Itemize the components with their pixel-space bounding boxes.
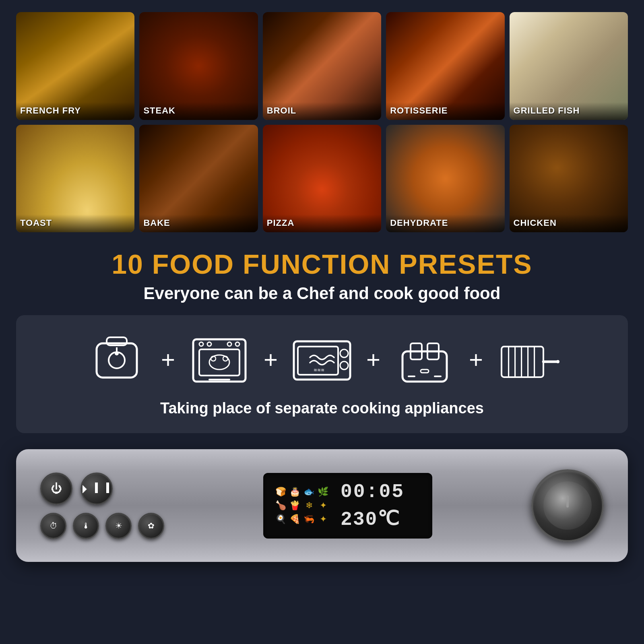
svg-point-13 (235, 342, 239, 346)
display-icon-snowflake: ❄ (303, 500, 314, 511)
display-time: 00:05 (341, 481, 405, 503)
control-panel: ⏻ ⏵❙❙ ⏱ 🌡 ☀ ✿ (16, 449, 628, 562)
svg-text:≋≋≋: ≋≋≋ (314, 367, 324, 372)
power-button[interactable]: ⏻ (40, 473, 72, 505)
oven-icon-wrap (187, 331, 252, 388)
svg-rect-6 (199, 349, 239, 376)
food-item-toast[interactable]: TOAST (16, 125, 134, 233)
display-readings: 00:05 230℃ (341, 481, 405, 530)
display-icon-seafood: 🦐 (303, 514, 314, 524)
display-icon-pizza: 🍕 (289, 514, 300, 524)
food-label-pizza: PIZZA (263, 215, 381, 232)
knob-inner (543, 481, 592, 530)
food-label-dehydrate: DEHYDRATE (386, 215, 504, 232)
fan-button[interactable]: ✿ (138, 513, 164, 539)
control-knob[interactable] (531, 469, 604, 542)
food-label-chicken: CHICKEN (510, 215, 628, 232)
play-pause-icon: ⏵❙❙ (80, 482, 114, 495)
svg-point-4 (115, 351, 119, 355)
panel-buttons-group: ⏻ ⏵❙❙ ⏱ 🌡 ☀ ✿ (40, 473, 164, 539)
food-item-dehydrate[interactable]: DEHYDRATE (386, 125, 504, 233)
display-icon-fries: 🍟 (289, 500, 300, 511)
svg-rect-25 (421, 369, 429, 373)
food-item-bake[interactable]: BAKE (139, 125, 258, 233)
power-icon: ⏻ (51, 482, 62, 495)
air-fryer-icon-wrap (85, 331, 149, 388)
oven-icon (187, 331, 252, 388)
sub-heading: Everyone can be a Chef and cook good foo… (111, 284, 532, 303)
svg-point-11 (207, 342, 211, 346)
svg-point-33 (556, 360, 559, 363)
main-container: FRENCH FRY STEAK BROIL ROTISSERIE GRILLE (0, 0, 644, 644)
heading-section: 10 FOOD FUNCTION PRESETS Everyone can be… (111, 248, 532, 303)
food-item-chicken[interactable]: CHICKEN (510, 125, 628, 233)
air-fryer-icon (85, 331, 149, 388)
appliance-section: + + (16, 315, 628, 433)
display-icon-cake: 🎂 (289, 487, 300, 497)
food-label-toast: TOAST (16, 215, 134, 232)
temp-icon: 🌡 (82, 521, 90, 530)
grill-icon-wrap (495, 331, 559, 388)
food-grid: FRENCH FRY STEAK BROIL ROTISSERIE GRILLE (16, 12, 628, 232)
food-label-french-fry: FRENCH FRY (16, 102, 134, 120)
food-item-grilled-fish[interactable]: GRILLED FISH (510, 12, 628, 120)
food-item-pizza[interactable]: PIZZA (263, 125, 381, 233)
toaster-icon-wrap (392, 331, 457, 388)
svg-point-7 (209, 355, 229, 369)
food-item-french-fry[interactable]: FRENCH FRY (16, 12, 134, 120)
food-item-rotisserie[interactable]: ROTISSERIE (386, 12, 504, 120)
panel-top-row: ⏻ ⏵❙❙ (40, 473, 164, 505)
food-label-broil: BROIL (263, 102, 381, 120)
display-icon-fish: 🐟 (303, 487, 314, 497)
light-button[interactable]: ☀ (105, 513, 132, 539)
food-label-rotisserie: ROTISSERIE (386, 102, 504, 120)
plus-sign-3: + (366, 346, 380, 374)
knob-container (531, 469, 604, 542)
play-pause-button[interactable]: ⏵❙❙ (80, 473, 113, 505)
fan-icon: ✿ (148, 521, 155, 530)
light-icon: ☀ (115, 521, 122, 530)
timer-icon: ⏱ (50, 521, 58, 530)
plus-sign-2: + (264, 346, 278, 374)
display-icon-leaf: 🌿 (318, 487, 328, 497)
microwave-icon-wrap: ≋≋≋ (290, 331, 354, 388)
food-label-bake: BAKE (139, 215, 258, 232)
display-icon-star: ✦ (318, 500, 328, 511)
display-icon-pan: 🍳 (275, 514, 286, 524)
knob-marker (566, 495, 569, 508)
svg-point-18 (340, 361, 348, 369)
display-icon-sparkle: ✦ (318, 514, 328, 524)
food-label-steak: STEAK (139, 102, 258, 120)
svg-rect-26 (502, 347, 543, 377)
display-icon-chicken: 🍗 (275, 500, 286, 511)
display-screen: 🍞 🎂 🐟 🌿 🍗 🍟 ❄ ✦ 🍳 🍕 🦐 ✦ 00:05 230℃ (263, 473, 432, 539)
timer-button[interactable]: ⏱ (40, 513, 66, 539)
display-temp: 230℃ (341, 507, 405, 530)
panel-bottom-row: ⏱ 🌡 ☀ ✿ (40, 513, 164, 539)
plus-sign-1: + (161, 346, 175, 374)
display-icon-toast: 🍞 (275, 487, 286, 497)
appliance-caption: Taking place of separate cooking applian… (160, 400, 484, 417)
temp-button[interactable]: 🌡 (73, 513, 99, 539)
toaster-icon (392, 331, 457, 388)
food-item-steak[interactable]: STEAK (139, 12, 258, 120)
appliance-icons-row: + + (85, 331, 559, 388)
display-icons-grid: 🍞 🎂 🐟 🌿 🍗 🍟 ❄ ✦ 🍳 🍕 🦐 ✦ (275, 487, 328, 524)
grill-icon (495, 331, 559, 388)
food-item-broil[interactable]: BROIL (263, 12, 381, 120)
svg-point-12 (227, 342, 231, 346)
plus-sign-4: + (469, 346, 483, 374)
main-heading: 10 FOOD FUNCTION PRESETS (111, 248, 532, 280)
svg-point-10 (199, 342, 203, 346)
microwave-icon: ≋≋≋ (290, 331, 354, 388)
food-label-grilled-fish: GRILLED FISH (510, 102, 628, 120)
svg-point-17 (340, 349, 348, 357)
